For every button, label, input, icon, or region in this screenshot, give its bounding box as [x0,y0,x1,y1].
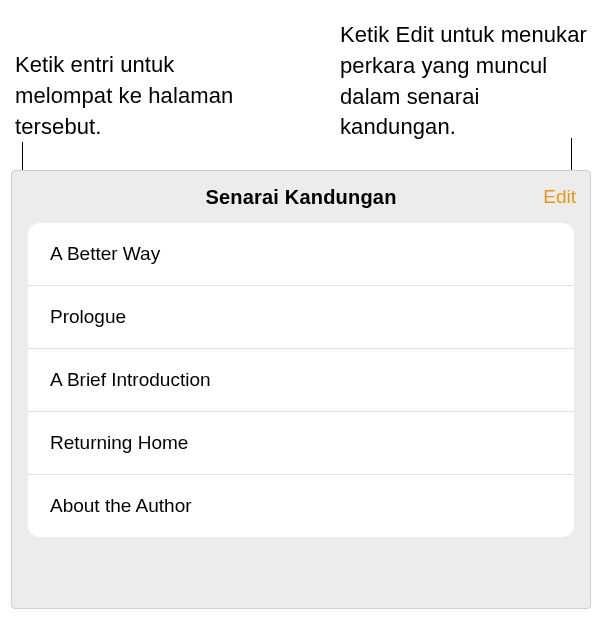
toc-item-returning-home[interactable]: Returning Home [28,412,574,475]
toc-item-a-brief-introduction[interactable]: A Brief Introduction [28,349,574,412]
toc-item-prologue[interactable]: Prologue [28,286,574,349]
callout-edit-tap: Ketik Edit untuk menukar perkara yang mu… [265,20,589,143]
toc-item-a-better-way[interactable]: A Better Way [28,223,574,286]
edit-button[interactable]: Edit [543,186,576,208]
toc-item-about-the-author[interactable]: About the Author [28,475,574,537]
toc-list: A Better Way Prologue A Brief Introducti… [28,223,574,537]
panel-title: Senarai Kandungan [205,186,396,209]
callout-entry-tap: Ketik entri untuk melompat ke halaman te… [15,20,235,143]
toc-panel: Senarai Kandungan Edit A Better Way Prol… [11,170,591,609]
panel-header: Senarai Kandungan Edit [12,171,590,223]
callouts-region: Ketik entri untuk melompat ke halaman te… [0,0,599,143]
